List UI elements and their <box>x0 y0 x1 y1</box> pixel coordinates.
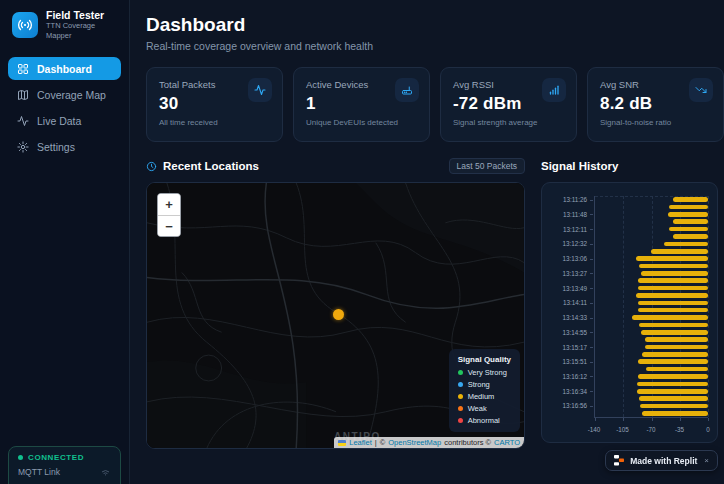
map-attribution: Leaflet | © OpenStreetMap contributors ©… <box>334 437 524 448</box>
rssi-bar[interactable] <box>646 367 708 372</box>
rssi-bar[interactable] <box>638 301 708 306</box>
time-axis-label: 13:11:48 <box>563 211 587 218</box>
last-50-packets-badge: Last 50 Packets <box>449 158 525 174</box>
time-axis-label: 13:16:34 <box>562 388 587 395</box>
activity-icon <box>17 115 29 127</box>
medium-dot <box>458 394 463 399</box>
packet-location-marker[interactable] <box>333 309 344 320</box>
rssi-bar[interactable] <box>632 315 708 320</box>
sidebar-item-live-data[interactable]: Live Data <box>8 109 121 132</box>
rssi-bar[interactable] <box>642 352 708 357</box>
connection-label: MQTT Link <box>18 467 60 477</box>
rssi-bar[interactable] <box>664 242 708 247</box>
rssi-axis-label: -35 <box>675 426 684 433</box>
rssi-bar[interactable] <box>638 308 708 313</box>
carto-link[interactable]: CARTO <box>494 438 520 447</box>
rssi-bar[interactable] <box>639 396 708 401</box>
time-axis-label: 13:14:55 <box>562 329 587 336</box>
rssi-bar[interactable] <box>636 293 708 298</box>
zoom-in-button[interactable]: + <box>158 194 180 215</box>
dashboard-grid-icon <box>17 63 29 75</box>
signal-history-xlabels: -140-105-70-350 <box>594 426 708 434</box>
rssi-bar[interactable] <box>673 197 709 202</box>
sidebar-nav: Dashboard Coverage Map Live Data Setting… <box>0 57 129 158</box>
rssi-bar[interactable] <box>640 404 708 409</box>
sidebar-item-settings[interactable]: Settings <box>8 135 121 158</box>
gear-icon <box>17 141 29 153</box>
sidebar-item-dashboard[interactable]: Dashboard <box>8 57 121 80</box>
rssi-bar[interactable] <box>638 359 708 364</box>
rssi-bar[interactable] <box>669 205 708 210</box>
legend-item-abnormal: Abnormal <box>458 416 511 425</box>
very-strong-dot <box>458 370 463 375</box>
trending-down-icon <box>689 78 713 102</box>
signal-history-ylabels: 13:11:2613:11:4813:12:1113:12:3213:13:06… <box>542 196 594 418</box>
app-tagline: TTN Coverage Mapper <box>46 21 117 41</box>
rssi-bar[interactable] <box>638 374 708 379</box>
made-with-replit-badge[interactable]: Made with Replit × <box>605 450 718 471</box>
rssi-bar[interactable] <box>645 345 708 350</box>
legend-item-very-strong: Very Strong <box>458 368 511 377</box>
connected-status-dot <box>18 455 23 460</box>
time-axis-label: 13:11:26 <box>563 196 587 203</box>
section-headers: Recent Locations Last 50 Packets Signal … <box>146 158 724 174</box>
stats-row: Total Packets 30 All time received Activ… <box>146 67 724 142</box>
signal-history-plot[interactable] <box>594 196 708 418</box>
time-axis-label: 13:15:17 <box>562 344 587 351</box>
rssi-bar[interactable] <box>642 411 708 416</box>
abnormal-dot <box>458 418 463 423</box>
rssi-axis-label: -105 <box>616 426 629 433</box>
legend-item-strong: Strong <box>458 380 511 389</box>
clock-icon <box>146 161 157 172</box>
replit-logo-icon <box>614 455 624 466</box>
time-axis-label: 13:14:33 <box>562 314 587 321</box>
sidebar: Field Tester TTN Coverage Mapper Dashboa… <box>0 0 130 484</box>
rssi-bar[interactable] <box>673 234 709 239</box>
zoom-out-button[interactable]: − <box>158 215 180 236</box>
rssi-bar[interactable] <box>638 278 708 283</box>
rssi-bar[interactable] <box>639 264 708 269</box>
legend-item-medium: Medium <box>458 392 511 401</box>
signal-quality-legend: Signal Quality Very Strong Strong Medium… <box>449 349 520 432</box>
map-icon <box>17 89 29 101</box>
time-axis-label: 13:12:32 <box>562 240 587 247</box>
mqtt-connection-card: CONNECTED MQTT Link <box>8 446 121 484</box>
rssi-axis-label: -70 <box>646 426 655 433</box>
close-icon[interactable]: × <box>704 456 709 465</box>
rssi-bar[interactable] <box>645 337 708 342</box>
rssi-bar[interactable] <box>637 382 708 387</box>
leaflet-link[interactable]: Leaflet <box>349 438 372 447</box>
time-axis-label: 13:12:11 <box>563 226 587 233</box>
rssi-bar[interactable] <box>641 271 708 276</box>
time-axis-label: 13:13:49 <box>562 285 587 292</box>
time-axis-label: 13:13:06 <box>562 255 587 262</box>
connection-status: CONNECTED <box>28 453 84 462</box>
signal-bars-icon <box>542 78 566 102</box>
map-zoom-control: + − <box>157 193 181 237</box>
coverage-map-canvas[interactable]: + − ANTIPO Signal Quality Very Strong St… <box>146 182 525 449</box>
rssi-bar[interactable] <box>668 212 708 217</box>
stat-card-avg-snr: Avg SNR 8.2 dB Signal-to-noise ratio <box>587 67 724 142</box>
openstreetmap-link[interactable]: OpenStreetMap <box>388 438 441 447</box>
rssi-bar[interactable] <box>641 330 708 335</box>
stat-card-total-packets: Total Packets 30 All time received <box>146 67 283 142</box>
strong-dot <box>458 382 463 387</box>
time-axis-label: 13:15:51 <box>562 358 587 365</box>
time-axis-label: 13:16:12 <box>562 373 587 380</box>
sidebar-item-coverage-map[interactable]: Coverage Map <box>8 83 121 106</box>
main-content: Dashboard Real-time coverage overview an… <box>130 0 724 449</box>
rssi-bar[interactable] <box>636 256 708 261</box>
rssi-bar[interactable] <box>669 227 708 232</box>
page-subtitle: Real-time coverage overview and network … <box>146 40 724 52</box>
rssi-bar[interactable] <box>639 323 708 328</box>
broadcast-logo-icon <box>12 12 38 38</box>
router-icon <box>395 78 419 102</box>
rssi-bar[interactable] <box>638 286 708 291</box>
rssi-axis-label: -140 <box>588 426 601 433</box>
ukraine-flag-icon <box>338 440 346 446</box>
activity-icon <box>248 78 272 102</box>
app-name: Field Tester <box>46 9 117 21</box>
rssi-bar[interactable] <box>673 219 709 224</box>
rssi-bar[interactable] <box>651 249 708 254</box>
rssi-bar[interactable] <box>637 389 708 394</box>
